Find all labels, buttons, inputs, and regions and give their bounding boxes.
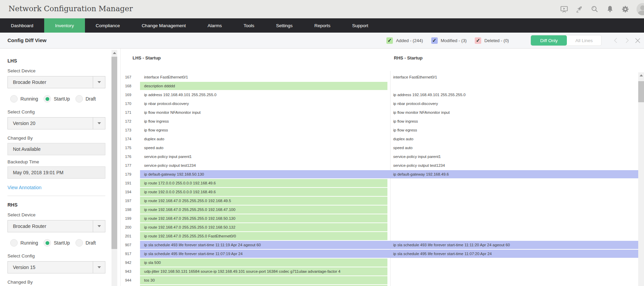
line-number: 168 xyxy=(125,82,139,90)
tab-settings[interactable]: Settings xyxy=(265,18,303,33)
tab-change-management[interactable]: Change Management xyxy=(131,18,197,33)
line-number: 943 xyxy=(125,267,139,276)
line-number: 197 xyxy=(125,196,139,205)
gear-icon[interactable] xyxy=(621,5,629,13)
diff-row: 943udp-jitter 192.168.50.131 16584 sourc… xyxy=(121,267,638,276)
dropdown-arrow-button[interactable] xyxy=(93,76,105,88)
rhs-line xyxy=(390,232,638,240)
radio-icon xyxy=(75,239,83,247)
rhs-column-header: RHS - Startup xyxy=(394,55,423,60)
scrollbar-thumb[interactable] xyxy=(111,57,117,249)
rhs-line xyxy=(390,179,638,187)
lhs-line: ip route 192.0.0.0 255.0.0.0 192.168.49.… xyxy=(140,188,387,196)
rhs-device-select[interactable]: Brocade Router xyxy=(7,220,105,232)
avatar-head-icon xyxy=(640,5,644,10)
dropdown-arrow-button[interactable] xyxy=(93,262,105,273)
lhs-line: udp-jitter 192.168.50.131 16584 source-i… xyxy=(140,267,387,275)
rhs-changed-by-label: Changed By xyxy=(7,280,105,285)
chevron-right-icon[interactable] xyxy=(624,37,630,44)
bell-icon[interactable] xyxy=(606,5,614,13)
toolbar-right: ✓Added - (244)✓Modified - (3)✓Deleted - … xyxy=(386,33,643,48)
diff-row xyxy=(121,285,638,286)
filter-label: Modified - (3) xyxy=(441,38,467,43)
lhs-line: speed auto xyxy=(140,144,387,152)
lhs-config-select[interactable]: Version 20 xyxy=(7,117,105,129)
rhs-select-device-label: Select Device xyxy=(7,212,105,217)
line-number: 917 xyxy=(125,249,139,258)
app-header: Network Configuration Manager xyxy=(0,0,644,18)
line-number: 172 xyxy=(125,117,139,126)
all-lines-button[interactable]: All Lines xyxy=(567,35,601,46)
diff-only-button[interactable]: Diff Only xyxy=(531,35,567,46)
diff-view: LHS - Startup RHS - Startup 167interface… xyxy=(121,49,644,286)
line-number: 177 xyxy=(125,161,139,170)
line-number: 191 xyxy=(125,179,139,187)
tab-alarms[interactable]: Alarms xyxy=(197,18,233,33)
rhs-line xyxy=(390,82,638,90)
tab-support[interactable]: Support xyxy=(341,18,379,33)
rhs-radio-draft[interactable]: Draft xyxy=(75,239,96,247)
header-icons xyxy=(560,0,644,18)
rhs-line xyxy=(390,276,638,284)
line-number: 171 xyxy=(125,108,139,117)
dropdown-arrow-button[interactable] xyxy=(93,118,105,129)
diff-rows: 167interface FastEthernet0/1interface Fa… xyxy=(121,73,638,286)
dropdown-arrow-button[interactable] xyxy=(93,220,105,232)
tab-reports[interactable]: Reports xyxy=(303,18,341,33)
lhs-device-select[interactable]: Brocade Router xyxy=(7,76,105,88)
lhs-config-value: Version 20 xyxy=(8,121,93,126)
tab-compliance[interactable]: Compliance xyxy=(85,18,131,33)
radio-icon xyxy=(10,239,18,247)
lhs-select-config-label: Select Config xyxy=(7,109,105,114)
tab-dashboard[interactable]: Dashboard xyxy=(0,18,44,33)
avatar[interactable] xyxy=(637,3,644,15)
rhs-line: service-policy output test1234 xyxy=(390,161,638,169)
presentation-icon[interactable] xyxy=(560,5,568,13)
diff-row: 177service-policy output test1234service… xyxy=(121,161,638,170)
rhs-line: service-policy input parent1 xyxy=(390,153,638,161)
diff-row: 198ip route 192.168.47.0 255.255.255.0 1… xyxy=(121,205,638,214)
scroll-up-arrow[interactable] xyxy=(111,50,117,56)
rhs-config-select[interactable]: Version 15 xyxy=(7,261,105,273)
diff-toolbar: Config Diff View ✓Added - (244)✓Modified… xyxy=(0,33,644,49)
tab-inventory[interactable]: Inventory xyxy=(44,18,85,33)
sidebar-divider xyxy=(7,196,105,196)
lhs-radio-draft[interactable]: Draft xyxy=(75,95,96,103)
search-icon[interactable] xyxy=(591,5,599,13)
lhs-radio-running[interactable]: Running xyxy=(10,95,38,103)
rhs-radio-startup[interactable]: StartUp xyxy=(43,239,70,247)
rhs-radio-running[interactable]: Running xyxy=(10,239,38,247)
lhs-line: ip flow egress xyxy=(140,126,387,134)
filter-added: ✓Added - (244) xyxy=(386,37,423,44)
checkbox-icon[interactable]: ✓ xyxy=(431,37,438,44)
diff-row: 179ip default-gateway 192.168.50.130ip d… xyxy=(121,170,638,179)
rhs-line: ip flow monitor NFAmonitor input xyxy=(390,108,638,117)
rocket-icon[interactable] xyxy=(575,5,584,13)
close-icon[interactable] xyxy=(635,38,641,43)
checkbox-icon[interactable]: ✓ xyxy=(386,37,393,44)
scroll-up-arrow[interactable] xyxy=(638,72,644,78)
line-number: 173 xyxy=(125,126,139,135)
filter-label: Added - (244) xyxy=(396,38,423,43)
checkbox-icon[interactable]: ✓ xyxy=(475,37,481,44)
line-number: 175 xyxy=(125,143,139,152)
diff-sidebar: LHS Select Device Brocade Router Running… xyxy=(0,49,121,286)
scrollbar-thumb[interactable] xyxy=(638,81,644,102)
lhs-radio-startup[interactable]: StartUp xyxy=(43,95,70,103)
diff-row: 175speed autospeed auto xyxy=(121,143,638,152)
lhs-line: ip address 192.168.49.101 255.255.255.0 xyxy=(140,91,387,99)
diff-row: 173ip flow egressip flow egress xyxy=(121,126,638,135)
diff-row: 942ip sla 500 xyxy=(121,258,638,267)
lhs-line: duplex auto xyxy=(140,135,387,143)
chevron-left-icon[interactable] xyxy=(613,37,619,44)
rhs-line xyxy=(390,188,638,196)
tab-tools[interactable]: Tools xyxy=(233,18,265,33)
lhs-backedup-time-field: May 09, 2018 19:01 PM xyxy=(7,166,105,179)
view-annotation-link[interactable]: View Annotation xyxy=(7,185,41,190)
rhs-config-value: Version 15 xyxy=(8,265,93,270)
rhs-device-value: Brocade Router xyxy=(8,224,93,229)
line-number: 907 xyxy=(125,240,139,249)
rhs-line: ip flow egress xyxy=(390,126,638,134)
lhs-line: interface FastEthernet0/1 xyxy=(140,73,387,81)
rhs-line: speed auto xyxy=(390,144,638,152)
